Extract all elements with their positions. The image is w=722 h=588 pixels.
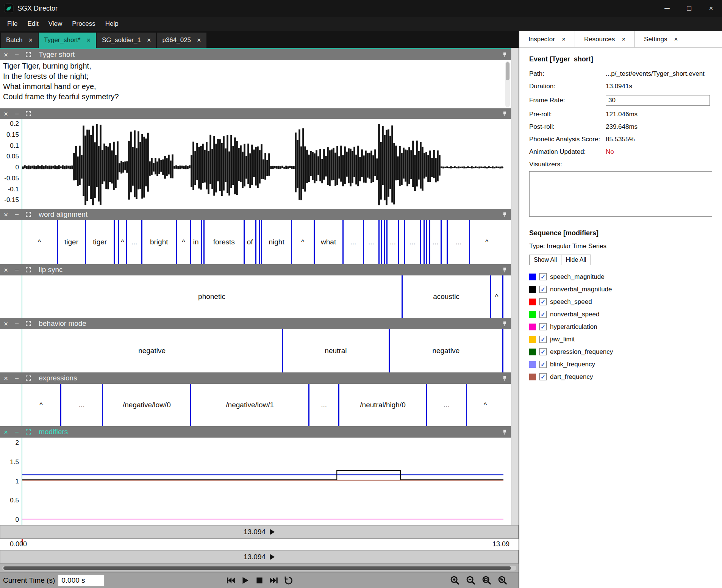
segment[interactable]: ^: [22, 384, 60, 426]
vertical-scrollbar[interactable]: [511, 48, 519, 525]
segment[interactable]: ...: [60, 384, 102, 426]
segment[interactable]: ^: [490, 275, 502, 318]
segment[interactable]: [502, 329, 503, 372]
skip-start-icon[interactable]: [224, 574, 238, 587]
pin-icon[interactable]: [502, 267, 507, 273]
segment[interactable]: [398, 220, 403, 264]
behavior-mode-body[interactable]: negativeneutralnegative: [0, 329, 511, 372]
zoom-out-icon[interactable]: [465, 574, 477, 586]
tab-close-icon[interactable]: ×: [197, 36, 201, 44]
segment[interactable]: night: [261, 220, 291, 264]
segment[interactable]: ...: [426, 384, 466, 426]
segment[interactable]: ...: [447, 220, 469, 264]
close-icon[interactable]: ×: [4, 110, 8, 117]
segment[interactable]: ^: [466, 384, 503, 426]
pin-icon[interactable]: [502, 375, 507, 381]
zoom-fit-icon[interactable]: [497, 574, 509, 586]
segment[interactable]: acoustic: [402, 275, 490, 318]
segment[interactable]: negative: [22, 329, 282, 372]
tab-p364-025[interactable]: p364_025×: [157, 33, 206, 48]
sidebar-tab-settings[interactable]: Settings×: [634, 31, 687, 47]
play-icon[interactable]: [238, 574, 252, 587]
series-checkbox[interactable]: ✓: [539, 273, 547, 280]
close-icon[interactable]: ×: [4, 320, 8, 327]
pin-icon[interactable]: [502, 111, 507, 117]
segment[interactable]: ...: [363, 220, 378, 264]
horizontal-scrollbar[interactable]: [2, 566, 516, 571]
playhead[interactable]: [22, 384, 22, 426]
menu-process[interactable]: Process: [67, 20, 100, 28]
segment[interactable]: ...: [342, 220, 363, 264]
close-icon[interactable]: ×: [4, 266, 8, 274]
segment[interactable]: negative: [389, 329, 502, 372]
minimize-icon[interactable]: −: [15, 428, 19, 436]
expand-icon[interactable]: [26, 429, 31, 435]
tab-sg-soldier-1[interactable]: SG_soldier_1×: [97, 33, 156, 48]
scrollbar-thumb[interactable]: [506, 62, 509, 80]
playhead[interactable]: [22, 329, 22, 372]
playhead[interactable]: [22, 275, 22, 318]
segment[interactable]: what: [314, 220, 342, 264]
expand-icon[interactable]: [26, 321, 31, 326]
scrollbar-thumb[interactable]: [3, 566, 511, 570]
segment[interactable]: phonetic: [22, 275, 402, 318]
series-checkbox[interactable]: ✓: [539, 323, 547, 330]
expand-icon[interactable]: [26, 111, 31, 116]
close-icon[interactable]: ×: [4, 428, 8, 436]
waveform-body[interactable]: 0.20.150.10.050-0.05-0.1-0.15: [0, 119, 511, 209]
segment[interactable]: tiger: [85, 220, 114, 264]
minimize-icon[interactable]: −: [15, 320, 19, 327]
series-checkbox[interactable]: ✓: [539, 298, 547, 305]
pin-icon[interactable]: [502, 429, 507, 435]
zoom-selection-icon[interactable]: [481, 574, 493, 586]
maximize-button[interactable]: □: [678, 0, 700, 17]
visualizers-box[interactable]: [529, 171, 712, 217]
series-checkbox[interactable]: ✓: [539, 311, 547, 318]
close-icon[interactable]: ×: [4, 51, 8, 58]
playhead[interactable]: [22, 220, 22, 264]
expressions-body[interactable]: ^.../negative/low/0/negative/low/1.../ne…: [0, 384, 511, 426]
pin-icon[interactable]: [502, 52, 507, 58]
segment[interactable]: [502, 275, 503, 318]
segment[interactable]: ...: [404, 220, 420, 264]
close-button[interactable]: ×: [700, 0, 722, 17]
modifiers-body[interactable]: 21.510.50: [0, 438, 511, 525]
minimize-icon[interactable]: −: [15, 110, 19, 117]
segment[interactable]: [255, 220, 259, 264]
minimize-button[interactable]: ─: [656, 0, 678, 17]
segment[interactable]: /negative/low/1: [190, 384, 308, 426]
series-checkbox[interactable]: ✓: [539, 348, 547, 355]
skip-end-icon[interactable]: [267, 574, 281, 587]
segment[interactable]: [378, 220, 381, 264]
loop-icon[interactable]: [281, 574, 295, 587]
playhead[interactable]: [22, 438, 22, 525]
segment[interactable]: [201, 220, 203, 264]
segment[interactable]: /negative/low/0: [102, 384, 190, 426]
segment[interactable]: ...: [429, 220, 441, 264]
segment[interactable]: ^: [22, 220, 57, 264]
segment[interactable]: [441, 220, 447, 264]
menu-edit[interactable]: Edit: [22, 20, 43, 28]
expand-icon[interactable]: [26, 212, 31, 217]
sidebar-tab-resources[interactable]: Resources×: [575, 31, 634, 47]
segment[interactable]: [381, 220, 384, 264]
menu-help[interactable]: Help: [100, 20, 123, 28]
time-slider-bottom[interactable]: 13.094: [0, 550, 519, 564]
hide-all-button[interactable]: Hide All: [561, 255, 591, 265]
series-checkbox[interactable]: ✓: [539, 373, 547, 380]
close-icon[interactable]: ×: [4, 211, 8, 218]
close-icon[interactable]: ×: [4, 375, 8, 382]
segment[interactable]: bright: [141, 220, 176, 264]
minimize-icon[interactable]: −: [15, 51, 19, 58]
playhead[interactable]: [22, 119, 22, 209]
transcript-scrollbar[interactable]: [505, 61, 510, 107]
tab-close-icon[interactable]: ×: [86, 36, 91, 44]
time-slider-top[interactable]: 13.094: [0, 525, 519, 539]
segment[interactable]: tiger: [57, 220, 85, 264]
tab-close-icon[interactable]: ×: [674, 36, 678, 43]
tab-tyger-short-[interactable]: Tyger_short*×: [39, 33, 96, 48]
segment[interactable]: ...: [126, 220, 141, 264]
segment[interactable]: ^: [118, 220, 126, 264]
lip-sync-body[interactable]: phoneticacoustic^: [0, 275, 511, 318]
segment[interactable]: /neutral/high/0: [338, 384, 426, 426]
